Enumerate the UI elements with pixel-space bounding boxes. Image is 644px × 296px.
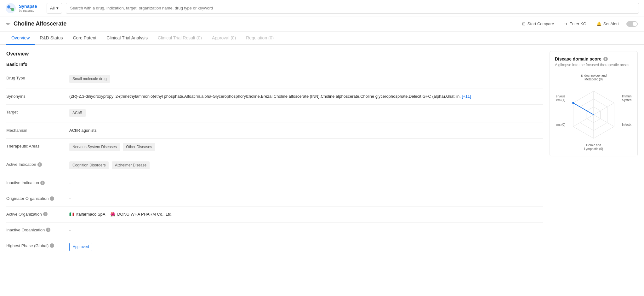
drug-type-value: Small molecule drug [69, 75, 543, 84]
active-org-info-icon: i [43, 212, 48, 216]
svg-line-18 [594, 103, 614, 115]
radar-grid [572, 91, 614, 138]
logo-sub: by patsnap [19, 9, 37, 12]
org-italfarmaco: 🇮🇹 Italfarmaco SpA [69, 211, 105, 218]
synonyms-label: Synonyms [6, 93, 63, 99]
disease-domain-info-icon: i [603, 57, 608, 61]
svg-text:Neoplasms (0): Neoplasms (0) [556, 123, 565, 126]
enter-kg-button[interactable]: ⇢ Enter KG [561, 20, 589, 27]
start-compare-label: Start Compare [527, 21, 554, 26]
mechanism-value: AChR agonists [69, 127, 543, 134]
drug-type-row: Drug Type Small molecule drug [6, 71, 543, 89]
radar-chart: Endocrinology and Metabolic (0) Immune S… [556, 72, 631, 151]
active-indication-label: Active Indication i [6, 161, 63, 167]
search-type-dropdown[interactable]: All ▾ [47, 3, 62, 14]
kg-icon: ⇢ [564, 21, 567, 26]
active-indication-row: Active Indication i Cognition Disorders … [6, 157, 543, 175]
active-org-label: Active Organization i [6, 211, 63, 217]
italfarmaco-flag: 🇮🇹 [69, 211, 74, 218]
set-alert-label: Set Alert [603, 21, 619, 26]
mechanism-row: Mechanism AChR agonists [6, 123, 543, 139]
drug-title-actions: ⊞ Start Compare ⇢ Enter KG 🔔 Set Alert [520, 20, 638, 27]
alert-icon: 🔔 [596, 21, 601, 26]
svg-line-24 [573, 103, 594, 115]
therapeutic-areas-row: Therapeutic Areas Nervous System Disease… [6, 139, 543, 157]
active-indication-value: Cognition Disorders Alzheimer Disease [69, 161, 543, 171]
logo-name: Synapse [19, 4, 37, 9]
indication-tag-cognition: Cognition Disorders [69, 161, 109, 169]
set-alert-button[interactable]: 🔔 Set Alert [594, 20, 621, 27]
tab-clinical-trial-result: Clinical Trial Result (0) [153, 32, 207, 45]
svg-text:System (0): System (0) [622, 98, 631, 102]
target-tag: AChR [69, 109, 86, 117]
mechanism-label: Mechanism [6, 127, 63, 133]
synonyms-row: Synonyms (2R)-2,3-dihydroxypropyl 2-(tri… [6, 89, 543, 105]
svg-point-2 [11, 8, 14, 11]
active-indication-info-icon: i [37, 162, 42, 167]
drug-type-tag: Small molecule drug [69, 75, 110, 83]
originator-org-value: - [69, 195, 543, 202]
indication-tag-alzheimer: Alzheimer Disease [112, 161, 150, 169]
highest-phase-value: Approved [69, 243, 543, 252]
toggle-knob [633, 22, 637, 26]
synapse-logo-icon [5, 3, 16, 14]
svg-text:Lymphatic (0): Lymphatic (0) [584, 147, 603, 151]
svg-line-21 [573, 115, 594, 127]
left-panel: Overview Basic Info Drug Type Small mole… [6, 51, 543, 257]
svg-text:Immune: Immune [622, 95, 631, 98]
svg-text:Metabolic (0): Metabolic (0) [584, 78, 603, 81]
basic-info-title: Basic Info [6, 62, 543, 67]
originator-org-label: Originator Organization i [6, 195, 63, 201]
drug-title-left: ✏ Choline Alfoscerate [6, 20, 66, 27]
inactive-indication-value: - [69, 180, 543, 186]
therapeutic-tag-other: Other Diseases [123, 143, 155, 151]
tab-rd-status[interactable]: R&D Status [35, 32, 68, 45]
therapeutic-areas-label: Therapeutic Areas [6, 143, 63, 148]
svg-text:System (1): System (1) [556, 98, 565, 102]
chevron-down-icon: ▾ [56, 6, 59, 10]
target-value: AChR [69, 109, 543, 118]
drug-title-bar: ✏ Choline Alfoscerate ⊞ Start Compare ⇢ … [0, 16, 644, 32]
drug-pencil-icon: ✏ [6, 21, 10, 27]
highest-phase-tag: Approved [69, 243, 92, 251]
alert-toggle[interactable] [626, 21, 638, 27]
tab-clinical-trial-analysis[interactable]: Clinical Trial Analysis [101, 32, 153, 45]
main-content: Overview Basic Info Drug Type Small mole… [0, 45, 644, 264]
svg-text:Nervous: Nervous [556, 95, 565, 98]
originator-org-row: Originator Organization i - [6, 191, 543, 207]
tabs-bar: Overview R&D Status Core Patent Clinical… [0, 32, 644, 45]
dongwha-name: DONG WHA PHARM Co., Ltd. [117, 211, 173, 218]
inactive-indication-info-icon: i [40, 181, 45, 185]
search-input[interactable] [66, 3, 639, 14]
tab-regulation: Regulation (0) [241, 32, 279, 45]
inactive-org-row: Inactive Organization i - [6, 223, 543, 238]
logo-area: Synapse by patsnap [5, 3, 43, 14]
tab-overview[interactable]: Overview [6, 32, 35, 45]
svg-text:Endocrinology and: Endocrinology and [581, 74, 607, 77]
highest-phase-info-icon: i [50, 243, 54, 248]
target-label: Target [6, 109, 63, 114]
active-org-row: Active Organization i 🇮🇹 Italfarmaco SpA… [6, 207, 543, 223]
radar-chart-container: Endocrinology and Metabolic (0) Immune S… [555, 72, 632, 151]
synonyms-value: (2R)-2,3-dihydroxypropyl 2-(trimethylamm… [69, 93, 543, 100]
synonyms-more-link[interactable]: [+11] [462, 94, 471, 99]
tab-approval: Approval (0) [207, 32, 241, 45]
org-dongwha: 🌺 DONG WHA PHARM Co., Ltd. [110, 211, 173, 218]
right-panel: Disease domain score i A glimpse into th… [550, 51, 638, 257]
svg-point-25 [572, 102, 574, 104]
header: Synapse by patsnap All ▾ [0, 0, 644, 16]
italfarmaco-name: Italfarmaco SpA [76, 211, 105, 218]
enter-kg-label: Enter KG [569, 21, 586, 26]
svg-line-19 [594, 115, 614, 127]
therapeutic-areas-value: Nervous System Diseases Other Diseases [69, 143, 543, 152]
target-row: Target AChR [6, 105, 543, 123]
start-compare-button[interactable]: ⊞ Start Compare [520, 20, 557, 27]
highest-phase-row: Highest Phase (Global) i Approved [6, 238, 543, 257]
overview-section-title: Overview [6, 51, 543, 57]
inactive-org-value: - [69, 227, 543, 234]
inactive-org-label: Inactive Organization i [6, 227, 63, 232]
therapeutic-tag-nervous: Nervous System Diseases [69, 143, 120, 151]
drug-type-label: Drug Type [6, 75, 63, 80]
inactive-indication-row: Inactive Indication i - [6, 175, 543, 191]
tab-core-patent[interactable]: Core Patent [68, 32, 102, 45]
